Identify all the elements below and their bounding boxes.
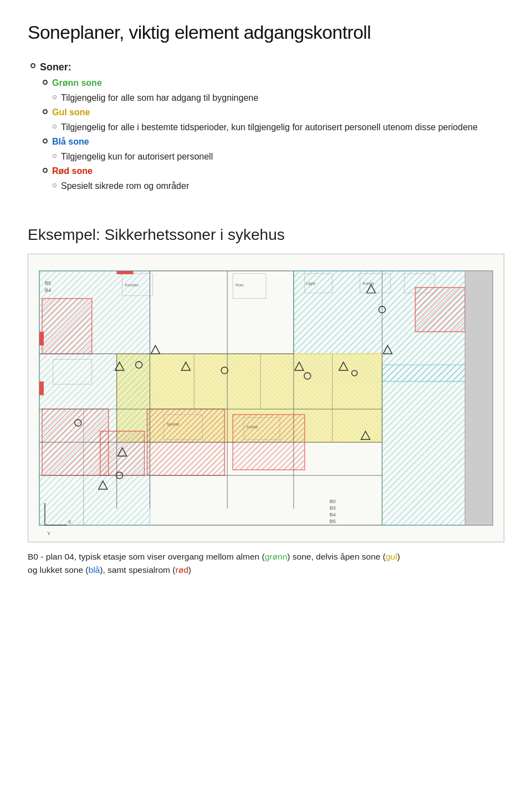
svg-text:B5: B5: [330, 519, 336, 524]
caption-line1-end: ): [397, 552, 400, 561]
soner-header-item: Soner:: [30, 60, 504, 75]
zone-blue: Blå sone Tilgjengelig kun for autorisert…: [43, 135, 504, 163]
zone-red-header: Rød sone: [43, 165, 504, 178]
svg-text:B3: B3: [330, 505, 336, 511]
example-title: Eksempel: Sikkerhetssoner i sykehus: [28, 226, 504, 244]
svg-rect-76: [117, 271, 134, 274]
zone-green-name: Grønn sone: [52, 76, 102, 90]
caption-bla: blå: [89, 565, 100, 575]
soner-bullet: [30, 63, 35, 68]
svg-rect-14: [100, 431, 145, 475]
svg-rect-8: [415, 288, 465, 332]
caption-grnn: grønn: [265, 552, 288, 561]
floor-plan-caption: B0 - plan 04, typisk etasje som viser ov…: [28, 550, 504, 578]
caption-line2-pre: og lukket sone (: [28, 565, 89, 575]
svg-text:B4: B4: [330, 512, 336, 517]
svg-rect-18: [465, 271, 493, 525]
zone-green-bullet: [43, 80, 48, 85]
zone-blue-name: Blå sone: [52, 135, 89, 148]
svg-text:X: X: [68, 519, 71, 525]
svg-text:Spesial: Spesial: [166, 422, 179, 427]
zone-yellow-sub-0: Tilgjengelig for alle i bestemte tidsper…: [53, 121, 504, 134]
page-title: Soneplaner, viktig element adgangskontro…: [28, 22, 504, 43]
zone-yellow-bullet: [43, 109, 48, 114]
zone-red-sub-bullet: [53, 183, 57, 187]
svg-text:Lager: Lager: [306, 281, 316, 286]
zone-red-name: Rød sone: [52, 165, 93, 178]
svg-rect-12: [42, 299, 92, 354]
svg-text:Y: Y: [47, 531, 50, 536]
zone-yellow-desc-0: Tilgjengelig for alle i bestemte tidsper…: [61, 121, 478, 134]
zone-red-bullet: [43, 168, 48, 173]
svg-text:B5: B5: [45, 280, 51, 286]
caption-line1-pre: B0 - plan 04, typisk etasje som viser ov…: [28, 552, 265, 561]
svg-text:Kontor: Kontor: [363, 281, 375, 285]
zone-yellow-sub-bullet: [53, 125, 57, 129]
caption-line2-mid: ), samt spesialrom (: [100, 565, 175, 575]
svg-text:Korridor: Korridor: [125, 283, 139, 287]
caption-line1-post: ) sone, delvis åpen sone (: [287, 552, 386, 561]
zone-green-sub-bullet: [53, 95, 57, 99]
zone-blue-header: Blå sone: [43, 135, 504, 148]
zone-yellow-name: Gul sone: [52, 106, 90, 119]
zone-red-sub-0: Spesielt sikrede rom og områder: [53, 180, 504, 193]
svg-text:Rom: Rom: [236, 283, 244, 287]
soner-section: Soner: Grønn sone Tilgjengelig for alle …: [30, 60, 504, 193]
soner-label: Soner:: [40, 60, 71, 75]
floor-plan: B5 B4 B0 B3 B4 B5 Y X Korridor Rom Lager: [28, 254, 504, 542]
zone-blue-sub-bullet: [53, 154, 57, 158]
floor-plan-svg: B5 B4 B0 B3 B4 B5 Y X Korridor Rom Lager: [28, 254, 504, 542]
svg-rect-75: [39, 381, 44, 395]
caption-line2-end: ): [188, 565, 191, 575]
svg-rect-74: [39, 332, 44, 346]
svg-text:B4: B4: [45, 288, 51, 293]
zone-blue-desc-0: Tilgjengelig kun for autorisert personel…: [61, 150, 213, 163]
caption-rod: rød: [175, 565, 188, 575]
zone-green-header: Grønn sone: [43, 76, 504, 90]
zone-yellow: Gul sone Tilgjengelig for alle i bestemt…: [43, 106, 504, 134]
zone-yellow-header: Gul sone: [43, 106, 504, 119]
example-section: Eksempel: Sikkerhetssoner i sykehus: [28, 226, 504, 577]
zone-green-sub-0: Tilgjengelig for alle som har adgang til…: [53, 91, 504, 105]
svg-text:B0: B0: [330, 499, 336, 504]
zone-red: Rød sone Spesielt sikrede rom og områder: [43, 165, 504, 193]
zone-red-desc-0: Spesielt sikrede rom og områder: [61, 180, 189, 193]
zone-green: Grønn sone Tilgjengelig for alle som har…: [43, 76, 504, 105]
zone-green-desc-0: Tilgjengelig for alle som har adgang til…: [61, 91, 258, 105]
caption-gul: gul: [386, 552, 397, 561]
zone-blue-sub-0: Tilgjengelig kun for autorisert personel…: [53, 150, 504, 163]
svg-text:Kontor: Kontor: [247, 425, 258, 429]
zone-blue-bullet: [43, 139, 48, 143]
